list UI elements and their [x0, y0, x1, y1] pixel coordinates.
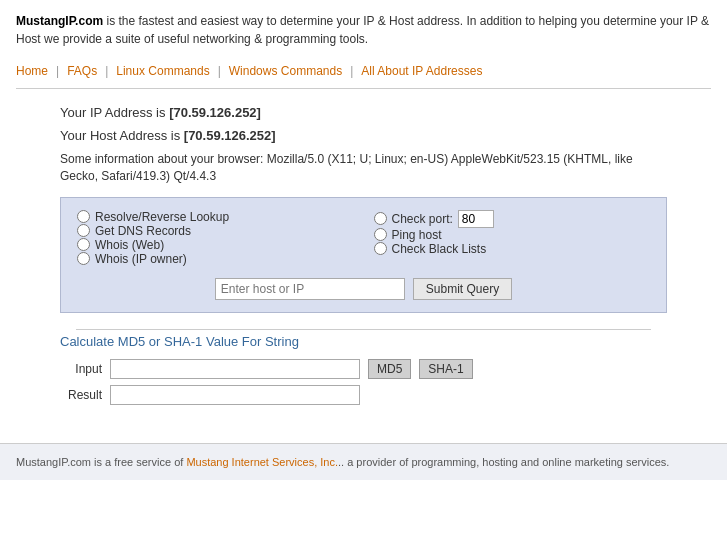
nav-sep-4: | [350, 64, 353, 78]
radio-blacklist: Check Black Lists [374, 242, 651, 256]
radio-whois-web-input[interactable] [77, 238, 90, 251]
radio-resolve-label: Resolve/Reverse Lookup [95, 210, 229, 224]
footer: MustangIP.com is a free service of Musta… [0, 443, 727, 481]
check-port-label: Check port: [392, 212, 453, 226]
hash-section: Calculate MD5 or SHA-1 Value For String … [60, 334, 667, 405]
right-radios: Check port: Ping host Check Black Lists [374, 210, 651, 266]
nav-windows-commands[interactable]: Windows Commands [229, 64, 342, 78]
ip-label: Your IP Address is [60, 105, 169, 120]
hash-result-row: Result [60, 385, 667, 405]
hash-input-row: Input MD5 SHA-1 [60, 359, 667, 379]
radio-resolve: Resolve/Reverse Lookup [77, 210, 354, 224]
nav-faqs[interactable]: FAQs [67, 64, 97, 78]
radio-ping-input[interactable] [374, 228, 387, 241]
header-text: is the fastest and easiest way to determ… [16, 14, 709, 46]
nav-sep-2: | [105, 64, 108, 78]
radio-check-port: Check port: [374, 210, 651, 228]
host-label: Your Host Address is [60, 128, 184, 143]
nav-linux-commands[interactable]: Linux Commands [116, 64, 209, 78]
ip-value: [70.59.126.252] [169, 105, 261, 120]
hash-input-field[interactable] [110, 359, 360, 379]
hash-result-label: Result [60, 388, 102, 402]
sha1-button[interactable]: SHA-1 [419, 359, 472, 379]
radio-whois-web: Whois (Web) [77, 238, 354, 252]
footer-link[interactable]: Mustang Internet Services, Inc. [186, 456, 338, 468]
nav-sep-3: | [218, 64, 221, 78]
radio-resolve-input[interactable] [77, 210, 90, 223]
host-ip-input[interactable] [215, 278, 405, 300]
blacklist-label: Check Black Lists [392, 242, 487, 256]
section-divider [76, 329, 651, 330]
browser-info: Some information about your browser: Moz… [60, 151, 667, 185]
host-address-line: Your Host Address is [70.59.126.252] [60, 128, 667, 143]
radio-whois-ip-label: Whois (IP owner) [95, 252, 187, 266]
query-row: Submit Query [77, 278, 650, 300]
browser-label: Some information about your browser: [60, 152, 267, 166]
submit-query-button[interactable]: Submit Query [413, 278, 512, 300]
brand-name: MustangIP.com [16, 14, 103, 28]
radio-checkport-input[interactable] [374, 212, 387, 225]
tool-box: Resolve/Reverse Lookup Get DNS Records W… [60, 197, 667, 313]
ip-address-line: Your IP Address is [70.59.126.252] [60, 105, 667, 120]
main-content: Your IP Address is [70.59.126.252] Your … [0, 93, 727, 423]
hash-input-label: Input [60, 362, 102, 376]
radio-grid: Resolve/Reverse Lookup Get DNS Records W… [77, 210, 650, 266]
nav-about-ip[interactable]: All About IP Addresses [361, 64, 482, 78]
ping-label: Ping host [392, 228, 442, 242]
radio-blacklist-input[interactable] [374, 242, 387, 255]
radio-whois-ip-input[interactable] [77, 252, 90, 265]
header-description: MustangIP.com is the fastest and easiest… [0, 0, 727, 58]
radio-whois-web-label: Whois (Web) [95, 238, 164, 252]
hash-title: Calculate MD5 or SHA-1 Value For String [60, 334, 667, 349]
radio-dns-input[interactable] [77, 224, 90, 237]
nav-divider [16, 88, 711, 89]
md5-button[interactable]: MD5 [368, 359, 411, 379]
host-value: [70.59.126.252] [184, 128, 276, 143]
footer-text2: .. a provider of programming, hosting an… [338, 456, 669, 468]
hash-result-field[interactable] [110, 385, 360, 405]
nav-home[interactable]: Home [16, 64, 48, 78]
footer-text1: MustangIP.com is a free service of [16, 456, 186, 468]
nav-sep-1: | [56, 64, 59, 78]
radio-dns: Get DNS Records [77, 224, 354, 238]
radio-ping: Ping host [374, 228, 651, 242]
radio-whois-ip: Whois (IP owner) [77, 252, 354, 266]
radio-dns-label: Get DNS Records [95, 224, 191, 238]
nav-bar: Home | FAQs | Linux Commands | Windows C… [0, 58, 727, 84]
left-radios: Resolve/Reverse Lookup Get DNS Records W… [77, 210, 354, 266]
port-input[interactable] [458, 210, 494, 228]
